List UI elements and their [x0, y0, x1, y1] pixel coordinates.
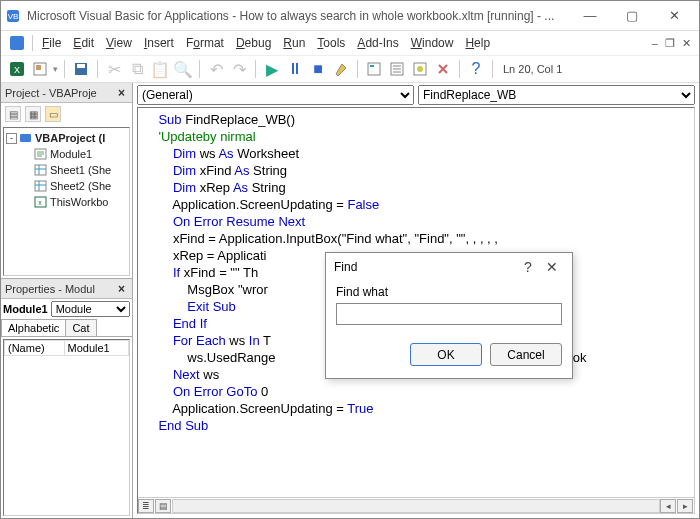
- object-browser-icon[interactable]: [410, 59, 430, 79]
- separator: [459, 60, 460, 78]
- help-icon[interactable]: ?: [466, 59, 486, 79]
- insert-module-icon[interactable]: [30, 59, 50, 79]
- pause-icon[interactable]: ⏸: [285, 59, 305, 79]
- undo-icon[interactable]: ↶: [206, 59, 226, 79]
- copy-icon[interactable]: ⧉: [127, 59, 147, 79]
- svg-text:VB: VB: [8, 12, 19, 21]
- workbook-icon: x: [34, 196, 48, 208]
- tree-item-thisworkbook[interactable]: x ThisWorkbo: [6, 194, 127, 210]
- menu-format[interactable]: Format: [180, 34, 230, 52]
- view-code-icon[interactable]: ▤: [5, 106, 21, 122]
- svg-rect-2: [10, 36, 24, 50]
- dialog-help-icon[interactable]: ?: [516, 259, 540, 275]
- separator: [97, 60, 98, 78]
- design-mode-icon[interactable]: [331, 59, 351, 79]
- code-view-buttons: ≣ ▤ ◂ ▸: [138, 497, 694, 513]
- excel-icon[interactable]: X: [7, 59, 27, 79]
- dialog-close-icon[interactable]: ✕: [540, 259, 564, 275]
- properties-object-dropdown[interactable]: Module: [51, 301, 130, 317]
- tree-item-label: Sheet1 (She: [50, 164, 111, 176]
- full-view-icon[interactable]: ▤: [155, 499, 171, 513]
- dropdown-icon[interactable]: ▾: [53, 64, 58, 74]
- properties-pane-label: Properties - Modul: [5, 283, 95, 295]
- tree-item-label: Sheet2 (She: [50, 180, 111, 192]
- property-row[interactable]: (Name) Module1: [5, 341, 129, 356]
- close-button[interactable]: ✕: [653, 2, 695, 30]
- view-object-icon[interactable]: ▦: [25, 106, 41, 122]
- menu-insert[interactable]: Insert: [138, 34, 180, 52]
- project-tree[interactable]: - VBAProject (I Module1 Sheet1 (She Shee…: [3, 127, 130, 276]
- horizontal-scrollbar[interactable]: [172, 499, 660, 513]
- mdi-restore-icon[interactable]: ❐: [665, 37, 675, 50]
- menu-run[interactable]: Run: [277, 34, 311, 52]
- cut-icon[interactable]: ✂: [104, 59, 124, 79]
- tab-categorized[interactable]: Cat: [65, 319, 96, 336]
- stop-icon[interactable]: ■: [308, 59, 328, 79]
- cancel-button[interactable]: Cancel: [490, 343, 562, 366]
- minimize-button[interactable]: —: [569, 2, 611, 30]
- tree-item-sheet1[interactable]: Sheet1 (She: [6, 162, 127, 178]
- property-key: (Name): [5, 341, 65, 356]
- procedure-combo[interactable]: FindReplace_WB: [418, 85, 695, 105]
- tree-item-sheet2[interactable]: Sheet2 (She: [6, 178, 127, 194]
- menu-window[interactable]: Window: [405, 34, 460, 52]
- project-pane-title: Project - VBAProje ×: [1, 83, 132, 103]
- project-pane-close-icon[interactable]: ×: [115, 86, 128, 100]
- svg-text:X: X: [14, 65, 20, 75]
- properties-pane: Properties - Modul × Module1 Module Alph…: [1, 278, 132, 518]
- dialog-title: Find: [334, 260, 516, 274]
- project-explorer-icon[interactable]: [364, 59, 384, 79]
- menu-debug[interactable]: Debug: [230, 34, 277, 52]
- maximize-button[interactable]: ▢: [611, 2, 653, 30]
- left-panel: Project - VBAProje × ▤ ▦ ▭ - VBAProject …: [1, 83, 133, 518]
- menubar: File Edit View Insert Format Debug Run T…: [1, 31, 699, 55]
- toggle-folders-icon[interactable]: ▭: [45, 106, 61, 122]
- menu-view[interactable]: View: [100, 34, 138, 52]
- redo-icon[interactable]: ↷: [229, 59, 249, 79]
- properties-object-selector: Module1 Module: [3, 301, 130, 317]
- tree-item-module1[interactable]: Module1: [6, 146, 127, 162]
- properties-pane-close-icon[interactable]: ×: [115, 282, 128, 296]
- tab-alphabetic[interactable]: Alphabetic: [1, 319, 66, 336]
- paste-icon[interactable]: 📋: [150, 59, 170, 79]
- mdi-close-icon[interactable]: ✕: [682, 37, 691, 50]
- window-controls: — ▢ ✕: [569, 2, 695, 30]
- procedure-view-icon[interactable]: ≣: [138, 499, 154, 513]
- object-combo[interactable]: (General): [137, 85, 414, 105]
- vb-menu-icon[interactable]: [8, 34, 26, 52]
- svg-rect-9: [368, 63, 380, 75]
- titlebar: VB Microsoft Visual Basic for Applicatio…: [1, 1, 699, 31]
- svg-rect-16: [35, 165, 46, 175]
- mdi-controls: – ❐ ✕: [652, 37, 695, 50]
- tree-root[interactable]: - VBAProject (I: [6, 130, 127, 146]
- find-dialog: Find ? ✕ Find what OK Cancel: [325, 252, 573, 379]
- svg-text:x: x: [38, 199, 42, 206]
- mdi-minimize-icon[interactable]: –: [652, 37, 658, 49]
- toolbox-icon[interactable]: [433, 59, 453, 79]
- menu-tools[interactable]: Tools: [311, 34, 351, 52]
- properties-grid[interactable]: (Name) Module1: [3, 339, 130, 516]
- dialog-buttons: OK Cancel: [336, 343, 562, 366]
- module-icon: [34, 148, 48, 160]
- menu-edit[interactable]: Edit: [67, 34, 100, 52]
- menu-help[interactable]: Help: [459, 34, 496, 52]
- menu-addins[interactable]: Add-Ins: [351, 34, 404, 52]
- collapse-icon[interactable]: -: [6, 133, 17, 144]
- project-pane-label: Project - VBAProje: [5, 87, 97, 99]
- scroll-left-icon[interactable]: ◂: [660, 499, 676, 513]
- ok-button[interactable]: OK: [410, 343, 482, 366]
- run-icon[interactable]: ▶: [262, 59, 282, 79]
- separator: [357, 60, 358, 78]
- properties-object-name: Module1: [3, 303, 48, 315]
- sheet-icon: [34, 180, 48, 192]
- project-pane-toolbar: ▤ ▦ ▭: [1, 103, 132, 125]
- property-value[interactable]: Module1: [64, 341, 128, 356]
- menu-file[interactable]: File: [36, 34, 67, 52]
- dialog-titlebar: Find ? ✕: [326, 253, 572, 281]
- tree-item-label: ThisWorkbo: [50, 196, 108, 208]
- scroll-right-icon[interactable]: ▸: [677, 499, 693, 513]
- find-icon[interactable]: 🔍: [173, 59, 193, 79]
- save-icon[interactable]: [71, 59, 91, 79]
- find-what-input[interactable]: [336, 303, 562, 325]
- properties-icon[interactable]: [387, 59, 407, 79]
